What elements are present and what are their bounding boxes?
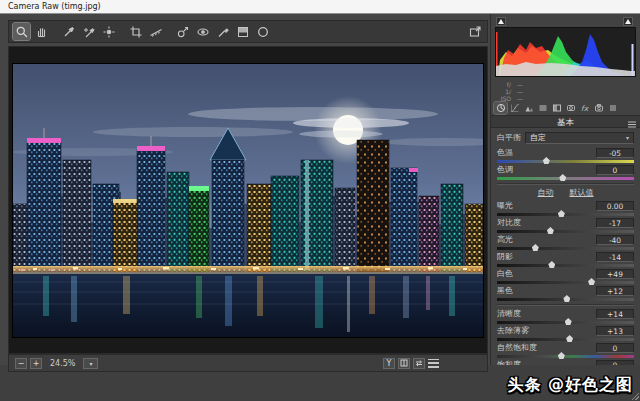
slider-thumb[interactable] [558, 210, 565, 217]
swap-views-button[interactable] [413, 358, 425, 369]
camera-raw-window: Camera Raw (timg.jpg) [0, 0, 640, 401]
slider-thumb[interactable] [548, 261, 555, 268]
slider-track[interactable] [497, 177, 634, 180]
spot-removal-tool[interactable] [174, 23, 191, 40]
histogram [495, 27, 636, 77]
tab-hsl-grayscale[interactable] [536, 102, 549, 114]
red-eye-tool[interactable] [194, 23, 211, 40]
slider-thumb[interactable] [563, 295, 570, 302]
slider-contrast: 对比度-17 [497, 217, 634, 234]
fullscreen-icon [468, 25, 482, 39]
slider-value[interactable]: +14 [596, 309, 634, 319]
slider-track[interactable] [497, 298, 634, 301]
graduated-filter-tool[interactable] [234, 23, 251, 40]
shadow-clipping-button[interactable] [496, 17, 506, 26]
radial-filter-tool[interactable] [254, 23, 271, 40]
slider-thumb[interactable] [532, 244, 539, 251]
straighten-icon [149, 25, 163, 39]
slider-label: 去除薄雾 [497, 325, 529, 336]
slider-track[interactable] [497, 338, 634, 341]
exif-row: f/— [499, 81, 579, 88]
tab-presets[interactable] [606, 102, 619, 114]
tab-detail[interactable] [522, 102, 535, 114]
resize-grip[interactable] [632, 393, 639, 400]
slider-thumb[interactable] [558, 352, 565, 359]
slider-value[interactable]: +13 [596, 326, 634, 336]
adjustment-brush-tool[interactable] [214, 23, 231, 40]
slider-track[interactable] [497, 264, 634, 267]
slider-track[interactable] [497, 160, 634, 163]
lens-icon [566, 103, 576, 113]
slider-value[interactable]: -14 [596, 252, 634, 262]
panel-menu-button[interactable] [628, 119, 636, 131]
slider-thumb[interactable] [566, 335, 573, 342]
slider-track[interactable] [497, 247, 634, 250]
zoom-in-button[interactable]: + [30, 358, 42, 369]
watermark: 头条 @好色之图 [507, 375, 633, 396]
straighten-tool[interactable] [147, 23, 164, 40]
slider-track[interactable] [497, 230, 634, 233]
tab-camera-calibration[interactable] [592, 102, 605, 114]
slider-thumb[interactable] [565, 318, 572, 325]
slider-label: 黑色 [497, 285, 513, 296]
tab-lens-corrections[interactable] [564, 102, 577, 114]
slider-value[interactable]: -40 [596, 235, 634, 245]
split-view-icon [400, 359, 408, 367]
slider-thumb[interactable] [543, 157, 550, 164]
slider-value[interactable]: +12 [596, 286, 634, 296]
preview-image[interactable] [13, 64, 483, 337]
hand-tool[interactable] [33, 23, 50, 40]
slider-highlights: 高光-40 [497, 234, 634, 251]
white-balance-select[interactable]: 自定 ▾ [525, 132, 634, 144]
slider-thumb[interactable] [547, 227, 554, 234]
before-after-y-button[interactable]: Y [383, 358, 395, 369]
slider-label: 清晰度 [497, 308, 521, 319]
slider-value[interactable]: +49 [596, 269, 634, 279]
panel-title: 基本 [557, 117, 574, 127]
crop-icon [129, 25, 143, 39]
panel-tabs: fx [494, 102, 619, 114]
zoom-out-button[interactable]: − [15, 358, 27, 369]
slider-thumb[interactable] [559, 174, 566, 181]
zoom-tool[interactable] [13, 23, 30, 40]
tab-basic[interactable] [494, 102, 507, 114]
slider-value[interactable]: 0 [596, 165, 634, 175]
detail-icon [524, 103, 534, 113]
targeted-adjustment-tool[interactable] [100, 23, 117, 40]
auto-link[interactable]: 自动 [538, 187, 554, 198]
tab-split-toning[interactable] [550, 102, 563, 114]
slider-thumb[interactable] [588, 278, 595, 285]
swap-icon [415, 359, 423, 367]
highlight-clipping-button[interactable] [623, 17, 633, 26]
divider [497, 304, 634, 306]
view-menu-button[interactable] [428, 359, 439, 368]
color-sampler-tool[interactable] [80, 23, 97, 40]
slider-vibrance: 自然饱和度0 [497, 342, 634, 359]
slider-dehaze: 去除薄雾+13 [497, 325, 634, 342]
tab-tone-curve[interactable] [508, 102, 521, 114]
slider-track[interactable] [497, 321, 634, 324]
tab-effects[interactable]: fx [578, 102, 591, 114]
zoom-select-dropdown[interactable]: ▾ [83, 358, 98, 369]
fx-icon: fx [580, 103, 590, 113]
white-balance-tool[interactable] [60, 23, 77, 40]
slider-exposure: 曝光0.00 [497, 200, 634, 217]
split-view-button[interactable] [398, 358, 410, 369]
divider [497, 183, 634, 185]
zoom-level: 24.5% [50, 359, 75, 368]
slider-value[interactable]: 0 [596, 343, 634, 353]
slider-value[interactable]: 0.00 [596, 201, 634, 211]
exif-row: 1/— [499, 88, 579, 95]
toggle-fullscreen-button[interactable] [466, 23, 483, 40]
slider-value[interactable]: -05 [596, 148, 634, 158]
title-bar[interactable]: Camera Raw (timg.jpg) [0, 0, 640, 14]
wb-sliders-group: 色温-05色调0 [497, 147, 634, 181]
slider-track[interactable] [497, 355, 634, 358]
slider-value[interactable]: -17 [596, 218, 634, 228]
radial-filter-icon [256, 25, 270, 39]
slider-track[interactable] [497, 281, 634, 284]
crop-tool[interactable] [127, 23, 144, 40]
slider-track[interactable] [497, 213, 634, 216]
default-link[interactable]: 默认值 [570, 187, 594, 198]
shadow-clipping-icon [498, 19, 504, 24]
